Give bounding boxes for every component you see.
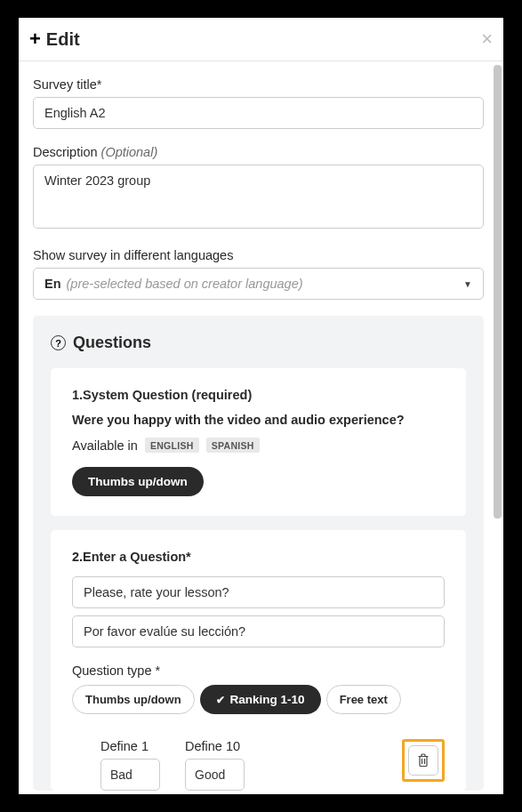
q1-text: Were you happy with the video and audio … — [72, 413, 445, 427]
trash-icon — [417, 753, 430, 768]
description-optional: (Optional) — [101, 145, 158, 159]
delete-question-button[interactable] — [408, 745, 438, 776]
define-1-label: Define 1 — [100, 739, 160, 753]
q1-available-in: Available in ENGLISH SPANISH — [72, 438, 445, 453]
edit-modal: + Edit × Survey title* Description (Opti… — [19, 18, 503, 794]
q1-answer-type-pill: Thumbs up/down — [72, 467, 204, 496]
define-10-input[interactable] — [185, 759, 245, 791]
language-hint: (pre-selected based on creator language) — [67, 277, 303, 291]
survey-title-input[interactable] — [33, 97, 484, 129]
survey-title-field: Survey title* — [33, 77, 484, 129]
question-circle-icon: ? — [51, 335, 66, 350]
modal-header: + Edit × — [19, 18, 503, 61]
qtype-ranking-label: Ranking 1-10 — [230, 693, 305, 706]
lang-pill-english: ENGLISH — [145, 438, 199, 453]
questions-heading: ? Questions — [51, 334, 466, 352]
language-selected: En — [44, 277, 61, 291]
question-type-label: Question type * — [72, 663, 445, 678]
check-icon: ✔ — [216, 694, 225, 706]
close-icon[interactable]: × — [481, 28, 493, 51]
define-10-label: Define 10 — [185, 739, 245, 753]
survey-title-label: Survey title* — [33, 77, 484, 92]
language-select[interactable]: En (pre-selected based on creator langua… — [33, 268, 484, 300]
q2-text-input-en[interactable] — [72, 576, 445, 608]
question-card-1: 1.System Question (required) Were you ha… — [51, 368, 466, 516]
qtype-thumbs-option[interactable]: Thumbs up/down — [72, 685, 195, 714]
description-field: Description (Optional) — [33, 145, 484, 232]
lang-pill-spanish: SPANISH — [206, 438, 260, 453]
delete-highlight — [402, 739, 445, 782]
description-label: Description (Optional) — [33, 145, 484, 159]
qtype-freetext-option[interactable]: Free text — [326, 685, 401, 714]
plus-icon: + — [29, 29, 41, 49]
language-label: Show survey in different languages — [33, 248, 484, 262]
q1-title: 1.System Question (required) — [72, 388, 445, 402]
qtype-ranking-option[interactable]: ✔ Ranking 1-10 — [200, 685, 321, 714]
language-field: Show survey in different languages En (p… — [33, 248, 484, 300]
q1-answer-type-label: Thumbs up/down — [88, 475, 188, 488]
questions-panel: ? Questions 1.System Question (required)… — [33, 316, 484, 791]
caret-down-icon: ▼ — [463, 279, 472, 289]
modal-title: Edit — [46, 29, 80, 50]
define-10-col: Define 10 — [185, 739, 245, 791]
description-textarea[interactable] — [33, 165, 484, 229]
modal-body: Survey title* Description (Optional) Sho… — [19, 61, 503, 794]
questions-title: Questions — [73, 334, 151, 352]
scrollbar-thumb[interactable] — [494, 65, 502, 519]
q2-text-input-es[interactable] — [72, 615, 445, 647]
define-row: Define 1 Define 10 — [72, 739, 445, 791]
question-type-options: Thumbs up/down ✔ Ranking 1-10 Free text — [72, 685, 445, 714]
define-1-col: Define 1 — [100, 739, 160, 791]
description-label-text: Description — [33, 145, 101, 159]
define-1-input[interactable] — [100, 759, 160, 791]
q1-available-label: Available in — [72, 438, 138, 453]
q2-header: 2.Enter a Question* — [72, 550, 445, 564]
question-card-2: 2.Enter a Question* Question type * Thum… — [51, 530, 466, 791]
